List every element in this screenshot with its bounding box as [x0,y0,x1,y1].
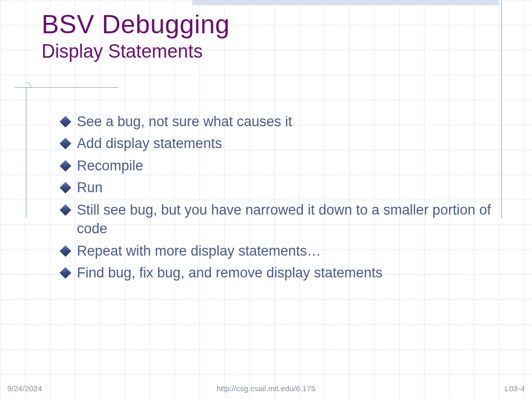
decorative-vertical-line [26,87,26,217]
list-item: See a bug, not sure what causes it [61,112,498,131]
diamond-bullet-icon [60,204,72,216]
list-item: Repeat with more display statements… [61,242,498,260]
footer-date: 9/24/2024 [7,384,42,393]
list-item: Recompile [61,156,498,175]
list-item-text: Recompile [77,156,498,175]
diamond-bullet-icon [60,116,72,128]
diamond-bullet-icon [60,160,72,172]
diamond-bullet-icon [60,245,72,257]
bullet-list: See a bug, not sure what causes it Add d… [61,112,498,286]
list-item-text: Add display statements [77,134,498,153]
decorative-horizontal-line [15,87,118,88]
list-item-text: Run [77,178,498,197]
slide-title: BSV Debugging [42,9,230,39]
list-item: Add display statements [61,134,498,153]
list-item: Find bug, fix bug, and remove display st… [61,263,498,282]
right-vertical-line [501,0,502,218]
diamond-bullet-icon [60,182,72,194]
list-item: Still see bug, but you have narrowed it … [61,201,498,238]
list-item-text: Repeat with more display statements… [77,242,498,260]
footer-page-number: L03-4 [505,384,525,393]
diamond-bullet-icon [60,267,72,279]
top-decorative-strip [192,0,499,5]
list-item-text: Find bug, fix bug, and remove display st… [77,263,498,282]
list-item: Run [61,178,498,197]
footer-url: http://csg.csail.mit.edu/6.175 [217,384,315,393]
slide-subtitle: Display Statements [42,41,230,62]
title-block: BSV Debugging Display Statements [42,9,230,62]
list-item-text: Still see bug, but you have narrowed it … [77,201,498,238]
footer: 9/24/2024 http://csg.csail.mit.edu/6.175… [0,384,532,393]
list-item-text: See a bug, not sure what causes it [77,112,498,131]
diamond-bullet-icon [60,138,72,150]
